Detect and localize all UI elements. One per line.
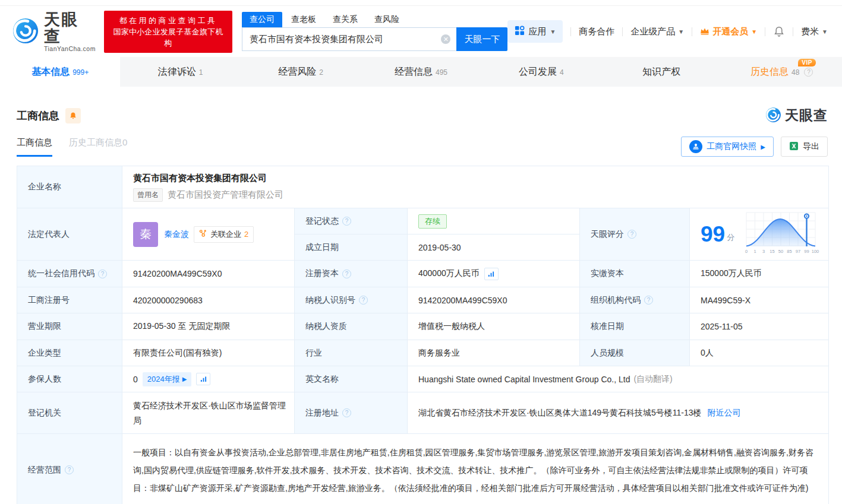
value-text: 150000万人民币 [701, 268, 762, 279]
subtab-history-registration[interactable]: 历史工商信息0 [69, 137, 127, 157]
search-tab-risk[interactable]: 查风险 [367, 12, 407, 27]
label-text: 组织机构代码 [591, 295, 641, 306]
promo-line2: 国家中小企业发展子基金旗下机构 [110, 26, 226, 49]
field-value-company-name: 黄石市国有资本投资集团有限公司 曾用名 黄石市国投资产管理有限公司 [122, 166, 829, 208]
tab-basic-info[interactable]: 基本信息 999+ [0, 57, 120, 87]
svg-text:50: 50 [778, 249, 783, 254]
field-value-reg-number: 420200000290683 [122, 287, 295, 313]
tab-intellectual-property[interactable]: 知识产权 [601, 57, 721, 87]
svg-text:0: 0 [745, 249, 748, 254]
annual-report-badge[interactable]: 2024年报▶ [143, 372, 192, 386]
tab-business-info[interactable]: 经营信息 495 [361, 57, 481, 87]
field-label-business-scope: 经营范围? [17, 434, 122, 504]
monitor-bell-icon[interactable] [65, 108, 81, 123]
tab-label: 法律诉讼 [158, 66, 196, 78]
help-icon[interactable]: ? [627, 230, 636, 239]
legal-rep-name-link[interactable]: 秦金波 [164, 229, 189, 240]
field-label-reg-status: 登记状态? [295, 208, 408, 234]
help-icon[interactable]: ? [342, 270, 351, 278]
tianyancha-logo[interactable]: 天眼查 TianYanCha.com [12, 11, 96, 52]
field-label-approval-date: 核准日期 [580, 313, 690, 340]
help-icon[interactable]: ? [804, 68, 813, 77]
field-value-score[interactable]: 99 分 0 1 3 [690, 208, 829, 261]
subtab-business-registration[interactable]: 工商信息 [17, 137, 52, 157]
company-tab-bar: 基本信息 999+ 法律诉讼 1 经营风险 2 经营信息 495 公司发展 4 … [0, 57, 842, 87]
svg-text:85: 85 [787, 249, 791, 254]
tianyancha-logo-icon [765, 107, 781, 125]
search-tab-boss[interactable]: 查老板 [283, 12, 324, 27]
value-text: 0 [133, 375, 138, 384]
divider [692, 27, 692, 36]
nav-open-vip[interactable]: 开通会员 ▼ [700, 26, 757, 37]
search-tab-relation[interactable]: 查关系 [325, 12, 365, 27]
help-icon[interactable]: ? [342, 408, 351, 417]
notification-bell-icon[interactable] [773, 26, 785, 37]
label-text: 纳税人资质 [305, 321, 347, 332]
tab-label: 知识产权 [642, 66, 680, 78]
official-snapshot-button[interactable]: 工商官网快照 ▶ [681, 137, 774, 157]
field-value-taxpayer-id: 91420200MA499C59X0 [408, 287, 580, 313]
nav-vip-label: 开通会员 [712, 26, 748, 37]
tab-operating-risk[interactable]: 经营风险 2 [241, 57, 361, 87]
tab-history-info[interactable]: VIP 历史信息 48 ? [722, 57, 842, 87]
nav-username: 费米 [801, 26, 819, 37]
tab-legal-proceedings[interactable]: 法律诉讼 1 [120, 57, 240, 87]
help-icon[interactable]: ? [644, 296, 653, 305]
apps-label: 应用 [528, 26, 546, 37]
help-icon[interactable]: ? [359, 296, 368, 305]
nav-enterprise-products[interactable]: 企业级产品 ▼ [630, 26, 684, 37]
related-companies-badge[interactable]: 关联企业 2 [194, 226, 254, 243]
vip-badge: VIP [798, 59, 816, 66]
field-value-uscc: 91420200MA499C59X0 [122, 261, 295, 287]
company-name: 黄石市国有资本投资集团有限公司 [133, 173, 267, 184]
label-text: 参保人数 [28, 374, 61, 385]
tab-company-development[interactable]: 公司发展 4 [481, 57, 601, 87]
value-text: 91420200MA499C59X0 [133, 269, 222, 278]
search-input[interactable] [242, 27, 456, 51]
field-label-business-term: 营业期限 [17, 313, 122, 340]
label-text: 登记机关 [28, 408, 61, 419]
score-value: 99 [701, 224, 725, 245]
field-label-score: 天眼评分? [580, 208, 690, 261]
field-label-company-type: 企业类型 [17, 340, 122, 366]
field-label-taxpayer-id: 纳税人识别号? [295, 287, 408, 313]
label-text: 营业期限 [28, 321, 61, 332]
field-value-insured: 0 2024年报▶ [122, 366, 295, 392]
label-text: 法定代表人 [28, 229, 70, 240]
help-icon[interactable]: ? [342, 217, 351, 226]
nearby-companies-link[interactable]: 附近公司 [708, 408, 741, 419]
arrow-right-icon: ▶ [761, 144, 765, 150]
insured-chart-icon[interactable] [196, 373, 210, 385]
business-info-table: 企业名称 黄石市国有资本投资集团有限公司 曾用名 黄石市国投资产管理有限公司 法… [17, 166, 829, 504]
business-scope-text: 一般项目：以自有资金从事投资活动,企业总部管理,非居住房地产租赁,住房租赁,园区… [133, 443, 816, 497]
field-value-business-term: 2019-05-30 至 无固定期限 [122, 313, 295, 340]
value-text: 有限责任公司(国有独资) [133, 348, 222, 359]
field-value-org-code: MA499C59-X [690, 287, 829, 313]
export-button[interactable]: 导出 [781, 137, 828, 157]
field-label-industry: 行业 [295, 340, 408, 366]
field-label-reg-number: 工商注册号 [17, 287, 122, 313]
nav-user-menu[interactable]: 费米 ▼ [801, 26, 828, 37]
help-icon[interactable]: ? [98, 270, 107, 278]
score-unit: 分 [727, 232, 734, 245]
label-text: 人员规模 [591, 348, 624, 359]
tab-label: 经营信息 [395, 66, 433, 78]
value-text: 增值税一般纳税人 [418, 321, 485, 332]
label-text: 行业 [305, 348, 322, 359]
legal-rep-avatar[interactable]: 秦 [133, 222, 158, 247]
field-value-english-name: Huangshi State owned Capital Investment … [408, 366, 829, 392]
search-button[interactable]: 天眼一下 [456, 27, 507, 51]
crown-icon [700, 27, 709, 37]
search-tab-company[interactable]: 查公司 [242, 12, 282, 27]
label-text: 企业类型 [28, 348, 61, 359]
related-label: 关联企业 [210, 229, 241, 240]
field-label-reg-capital: 注册资本? [295, 261, 408, 287]
apps-menu[interactable]: 应用 ▼ [507, 20, 563, 43]
label-text: 成立日期 [305, 242, 339, 253]
help-icon[interactable]: ? [65, 465, 74, 474]
nav-business-cooperation[interactable]: 商务合作 [579, 26, 614, 37]
section-title: 工商信息 [17, 109, 59, 123]
capital-chart-icon[interactable] [484, 268, 499, 280]
field-value-est-date: 2019-05-30 [408, 234, 580, 261]
tianyancha-watermark: 天眼查 [765, 106, 828, 125]
